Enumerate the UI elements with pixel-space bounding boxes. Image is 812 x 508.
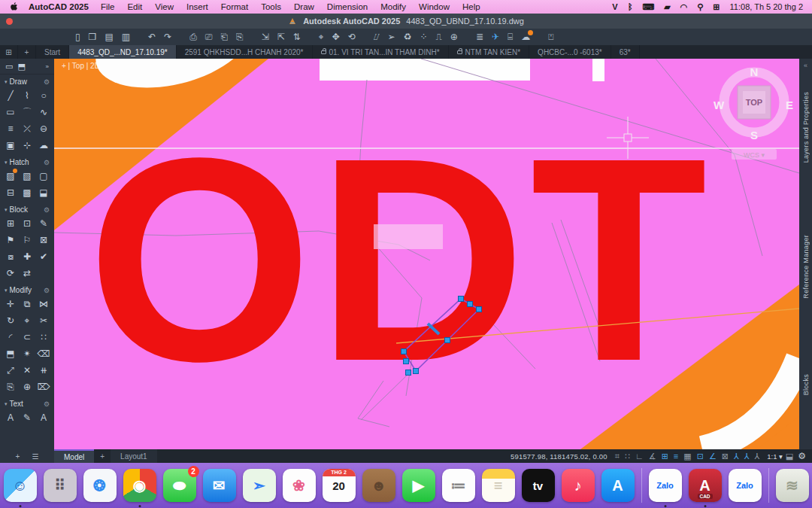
edit-text-icon[interactable]: ✎	[19, 409, 35, 426]
dock-separator-2[interactable]	[768, 468, 769, 503]
xline-icon[interactable]: ⤫	[19, 120, 35, 137]
tag-icon[interactable]: ⚐	[19, 232, 35, 248]
plot-preview-icon[interactable]: ⎚	[205, 32, 213, 41]
sheet-set-icon[interactable]: ⎍	[435, 32, 441, 41]
tab-qhcbc[interactable]: QHCBC-...0 -6013*	[529, 45, 611, 59]
finder-icon[interactable]: ☺	[4, 469, 37, 502]
palette-collapse-icon[interactable]: «	[804, 59, 807, 69]
zalo2-icon[interactable]: Zalo	[729, 469, 762, 502]
autocad-dock-icon[interactable]: A CAD	[689, 469, 722, 502]
lineweight-icon[interactable]: ≡	[674, 452, 678, 461]
tab-4483[interactable]: 4483_QD_...ND_17.10.19*	[69, 45, 177, 59]
explode-icon[interactable]: ✴	[19, 345, 35, 362]
purge-icon[interactable]: ⌦	[35, 379, 52, 395]
rotate-icon[interactable]: ↻	[2, 312, 19, 329]
floating-window-icon[interactable]: ▭	[5, 62, 13, 71]
viewcube-west[interactable]: W	[714, 99, 725, 111]
menu-item[interactable]: Help	[462, 2, 480, 11]
messages-icon[interactable]: ⬬ 2	[163, 469, 196, 502]
define-attribute-icon[interactable]: ⚑	[2, 232, 19, 248]
apple-logo-icon[interactable]	[9, 2, 20, 11]
tab-layers-properties[interactable]: Layers and Properties	[802, 89, 810, 166]
isolate-icon[interactable]: ⊠	[722, 452, 729, 461]
tab-2591[interactable]: 2591 QHKHSDD...H CHANH 2020*	[177, 45, 313, 59]
safari-icon[interactable]: ❂	[83, 469, 117, 502]
customization-gear-icon[interactable]: ⚙	[798, 451, 806, 461]
menu-item[interactable]: Modify	[380, 2, 406, 11]
annotation-visibility-icon[interactable]: ⅄	[734, 452, 739, 461]
undo-icon[interactable]: ↶	[148, 32, 156, 41]
panel-header-modify[interactable]: ▾ Modify ⚙	[0, 283, 54, 295]
paste-icon[interactable]: ⎗	[220, 32, 228, 41]
wifi-icon[interactable]: ◠	[680, 2, 688, 12]
point-icon[interactable]: ⊹	[19, 137, 35, 154]
hatch-edit-icon[interactable]: ▧	[19, 168, 35, 184]
menu-item[interactable]: Window	[419, 2, 450, 11]
zalo-icon[interactable]: Zalo	[649, 469, 682, 502]
match-icon[interactable]: ⎘	[2, 379, 19, 395]
clip-icon[interactable]: ⊟	[2, 184, 19, 201]
transparency-icon[interactable]: ▦	[683, 452, 691, 461]
check-block-icon[interactable]: ✔	[35, 248, 52, 265]
panel-header-hatch[interactable]: ▾ Hatch ⚙	[0, 155, 54, 167]
units-icon[interactable]: ⬓	[786, 452, 793, 461]
break-icon[interactable]: ✕	[19, 362, 35, 379]
align-3d-icon[interactable]: ⬒	[2, 345, 19, 362]
new-file-icon[interactable]: ▯	[75, 32, 80, 41]
keyboard-icon[interactable]: ⌨	[642, 2, 654, 12]
apple-tv-icon[interactable]: tv	[522, 469, 555, 502]
mirror-icon[interactable]: ⋈	[35, 296, 52, 312]
tab-model[interactable]: Model	[54, 449, 94, 463]
count-icon[interactable]: ⍞	[548, 32, 553, 41]
annotation-scale-value[interactable]: 1:1 ▾	[767, 452, 783, 461]
menu-item[interactable]: File	[101, 2, 115, 11]
regen-icon[interactable]: ♻	[404, 32, 412, 41]
multiline-icon[interactable]: ≡	[2, 120, 19, 137]
reminders-icon[interactable]: ≔	[442, 469, 475, 502]
gear-icon[interactable]: ⚙	[44, 400, 50, 408]
input-source-v-icon[interactable]: V	[612, 2, 617, 12]
gradient-icon[interactable]: ▩	[19, 184, 35, 201]
viewcube-south[interactable]: S	[750, 129, 758, 141]
music-icon[interactable]: ♪	[562, 469, 595, 502]
tab-vitri[interactable]: 01. VI TRI TAN...IN THAM DINH*	[313, 45, 449, 59]
photos-icon[interactable]: ❀	[283, 469, 316, 502]
grid-icon[interactable]: ⌗	[615, 452, 620, 461]
arc-icon[interactable]: ⌒	[19, 104, 35, 120]
attach-icon[interactable]: ⇅	[293, 32, 301, 41]
annotation-monitor-icon[interactable]: ⅄	[754, 452, 759, 461]
text-style-icon[interactable]: A	[35, 409, 52, 426]
quick-properties-icon[interactable]: ⊡	[697, 452, 704, 461]
tab-start[interactable]: Start	[36, 45, 69, 59]
array-icon[interactable]: ∷	[35, 329, 52, 345]
tab-reference-manager[interactable]: Reference Manager	[802, 232, 810, 302]
menu-item[interactable]: Draw	[294, 2, 314, 11]
battery-icon[interactable]: ▰	[664, 2, 670, 12]
scale-icon[interactable]: ⤢	[2, 362, 19, 379]
polyline-icon[interactable]: ⌇	[19, 87, 35, 104]
tab-layout1[interactable]: Layout1	[111, 449, 157, 463]
panel-header-draw[interactable]: ▾ Draw ⚙	[0, 75, 54, 87]
spotlight-icon[interactable]: ⚲	[697, 2, 703, 12]
add-selected-icon[interactable]: ✚	[19, 248, 35, 265]
contacts-icon[interactable]: ☻	[362, 469, 395, 502]
import-icon[interactable]: ⇲	[262, 32, 269, 41]
dock-separator[interactable]	[641, 468, 642, 503]
autoscale-icon[interactable]: ⅄	[744, 452, 750, 461]
attribute-display-icon[interactable]: ⊠	[35, 232, 52, 248]
launchpad-icon[interactable]: ⠿	[44, 469, 77, 502]
image-icon[interactable]: ⬓	[35, 184, 52, 201]
add-palette-icon[interactable]: +	[16, 452, 20, 461]
join-icon[interactable]: ⧺	[35, 362, 52, 379]
match-properties-icon[interactable]: ⎘	[236, 32, 244, 41]
offset-icon[interactable]: ⊂	[19, 329, 35, 345]
share-icon[interactable]: ✈	[492, 32, 499, 41]
viewcube-east[interactable]: E	[786, 99, 793, 111]
save-as-icon[interactable]: ▥	[122, 32, 130, 41]
angle-icon[interactable]: ∠	[709, 452, 717, 461]
menu-item[interactable]: Edit	[127, 2, 142, 11]
tab-blocks[interactable]: Blocks	[802, 371, 810, 398]
bluetooth-off-icon[interactable]: ᛒ	[628, 2, 633, 12]
land-use-label-ODT[interactable]: ODT	[87, 97, 712, 421]
viewcube-top-face[interactable]: TOP	[746, 98, 762, 107]
